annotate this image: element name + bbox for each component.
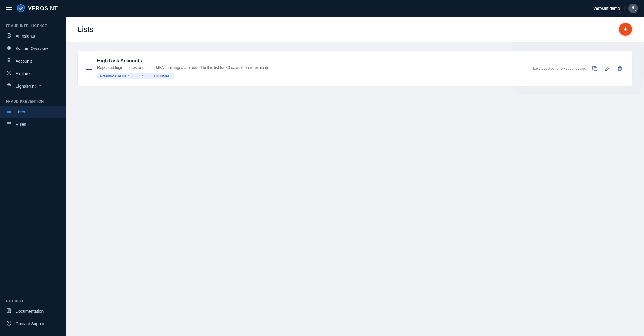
signalprint-icon (6, 83, 12, 89)
list-card-meta: Last Updated: a few seconds ago (533, 65, 624, 72)
documentation-icon (6, 308, 12, 315)
list-item: High Risk Accounts Repeated login failur… (78, 51, 632, 86)
user-avatar[interactable] (628, 4, 638, 13)
sidebar-item-rules[interactable]: Rules (0, 118, 66, 131)
hamburger-icon[interactable] (6, 5, 12, 12)
sidebar-label-accounts: Accounts (16, 59, 33, 64)
sidebar-item-accounts[interactable]: Accounts (0, 55, 66, 67)
sidebar-item-explorer[interactable]: Explorer (0, 67, 66, 80)
system-overview-icon (6, 45, 12, 52)
contact-support-icon (6, 320, 12, 327)
logo-shield-icon (16, 4, 26, 13)
delete-button[interactable] (616, 65, 624, 72)
svg-rect-30 (594, 68, 597, 71)
fraud-intelligence-label: FRAUD INTELLIGENCE (0, 17, 66, 30)
sidebar-label-explorer: Explorer (16, 71, 31, 76)
page-title: Lists (78, 25, 93, 34)
svg-point-12 (9, 85, 10, 86)
last-updated-text: Last Updated: a few seconds ago (533, 66, 586, 71)
edit-button[interactable] (603, 65, 611, 72)
svg-point-11 (8, 72, 10, 74)
list-card-title: High Risk Accounts (97, 58, 528, 64)
explorer-icon (6, 70, 12, 77)
sidebar-label-system-overview: System Overview (16, 46, 48, 51)
sidebar-item-contact-support[interactable]: Contact Support (0, 318, 66, 330)
ai-insights-icon (6, 33, 12, 39)
add-list-button[interactable]: + (619, 23, 632, 36)
svg-rect-6 (9, 46, 11, 48)
svg-rect-31 (618, 68, 621, 70)
list-card-icon (86, 65, 92, 72)
main-content-area: Lists + (66, 17, 644, 336)
sidebar-item-system-overview[interactable]: System Overview (0, 42, 66, 55)
fraud-prevention-label: FRAUD PREVENTION (0, 92, 66, 106)
copy-button[interactable] (591, 65, 599, 72)
svg-point-9 (8, 59, 10, 61)
sidebar-label-signalprint: SignalPrint ™ (16, 84, 41, 89)
list-card-body: High Risk Accounts Repeated login failur… (97, 58, 528, 79)
svg-rect-8 (9, 48, 11, 50)
nav-left: VEROSINT (6, 4, 58, 13)
sidebar-label-ai-insights: AI Insights (16, 34, 35, 38)
add-icon: + (623, 25, 628, 33)
svg-rect-5 (7, 46, 9, 48)
sidebar-item-signalprint[interactable]: SignalPrint ™ (0, 80, 66, 92)
sidebar-label-rules: Rules (16, 122, 26, 127)
main-header: Lists + (66, 17, 644, 42)
lists-icon (6, 109, 12, 115)
list-card-description: Repeated login failures and failed MFA c… (97, 65, 528, 70)
logo-text: VEROSINT (28, 5, 58, 12)
svg-point-3 (632, 6, 634, 9)
layout: FRAUD INTELLIGENCE AI Insights System Ov… (0, 17, 644, 336)
sidebar-label-documentation: Documentation (16, 309, 44, 314)
get-help-label: GET HELP (0, 292, 66, 305)
sidebar-item-documentation[interactable]: Documentation (0, 305, 66, 318)
nav-right: Verosint demo | (593, 4, 638, 13)
list-card-uuid: 0206e923-6f0d-4923-ad5d-eef44bcb9a3f (97, 73, 174, 79)
nav-separator: | (623, 5, 625, 12)
sidebar-item-ai-insights[interactable]: AI Insights (0, 30, 66, 42)
svg-point-26 (9, 324, 9, 325)
lists-content: High Risk Accounts Repeated login failur… (66, 42, 644, 95)
svg-rect-7 (7, 48, 9, 50)
user-name: Verosint demo (593, 6, 620, 11)
logo: VEROSINT (16, 4, 58, 13)
top-navigation: VEROSINT Verosint demo | (0, 0, 644, 17)
rules-icon (6, 121, 12, 128)
sidebar-label-contact-support: Contact Support (16, 321, 46, 326)
accounts-icon (6, 58, 12, 64)
sidebar-item-lists[interactable]: Lists (0, 106, 66, 118)
sidebar: FRAUD INTELLIGENCE AI Insights System Ov… (0, 17, 66, 336)
sidebar-label-lists: Lists (16, 109, 25, 114)
